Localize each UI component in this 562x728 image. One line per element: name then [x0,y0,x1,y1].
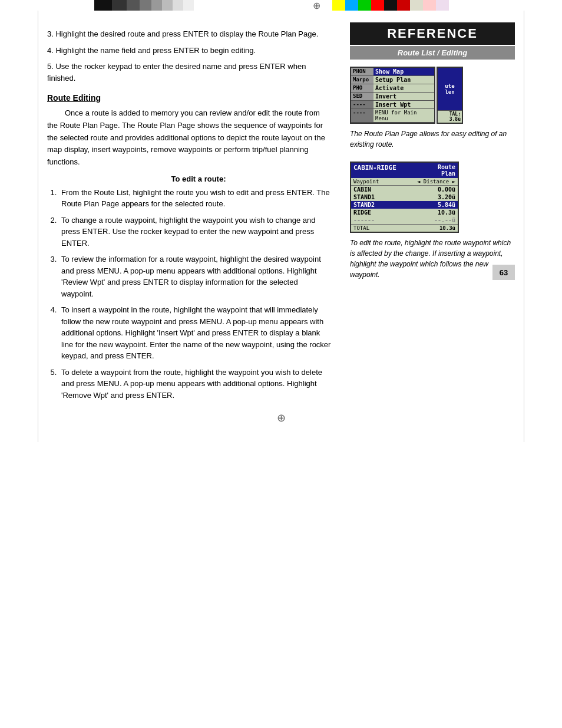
screen1-caption: The Route Plan Page allows for easy edit… [350,129,515,150]
screen-label-sed: SED [351,93,373,100]
route-editing-intro: Once a route is added to memory you can … [47,107,332,169]
step-4: 4. Highlight the name field and press EN… [47,45,332,57]
rpt-row-stand2: STAND25.84ü [351,201,458,209]
step-3: 3. Highlight the desired route and press… [47,28,332,40]
screen2-caption: To edit the route, highlight the route w… [350,238,515,280]
top-crosshair: ⊕ [300,0,332,11]
rpt-row-cabin: CABIN0.00ü [351,186,458,193]
edit-steps-list: From the Route List, highlight the route… [47,187,332,401]
right-color-segments [332,0,468,11]
rpt-header-row: CABIN-RIDGE RoutePlan [351,163,458,178]
rpt-title: CABIN-RIDGE [351,163,435,178]
route-editing-heading: Route Editing [47,93,332,103]
menu-item-activate: Activate [373,84,434,92]
screen-label-marpo: Marpo [351,76,373,84]
screen-right-panel: utelen TAL:3.8ü [437,67,463,124]
screen-label-pho: PHO [351,84,373,92]
margin-line-left [38,11,38,442]
main-content: 3. Highlight the desired route and press… [47,22,332,406]
menu-item-showmap: Show Map [373,68,434,75]
edit-step-3: To review the information for a route wa… [59,253,332,299]
bottom-crosshair: ⊕ [0,411,562,424]
rpt-row-dashes: --------.--ü [351,216,458,224]
rpt-subheader: Waypoint ◄ Distance ► [351,178,458,186]
reference-subtitle: Route List / Editing [350,46,515,60]
rpt-subheader-left: Waypoint [353,179,379,185]
right-panel-total: TAL:3.8ü [438,110,462,123]
menu-item-insertwpt: Insert Wpt [373,101,434,108]
sidebar: REFERENCE Route List / Editing PHON Show… [350,22,515,406]
screen2-section: CABIN-RIDGE RoutePlan Waypoint ◄ Distanc… [350,162,515,280]
screen-label-phon: PHON [351,68,373,75]
rpt-total-row: TOTAL 10.3ü [351,224,458,232]
rpt-row-ridge: RIDGE10.3ü [351,209,458,216]
right-panel-labels: utelen [438,68,462,110]
route-plan-table: CABIN-RIDGE RoutePlan Waypoint ◄ Distanc… [350,162,459,233]
edit-step-4: To insert a waypoint in the route, highl… [59,304,332,362]
screen-label-dashes1: ---- [351,101,373,108]
rpt-row-stand1: STAND13.20ü [351,193,458,201]
rpt-subheader-right: ◄ Distance ► [417,179,455,185]
margin-line-right [524,11,524,442]
screen1-section: PHON Show Map Marpo Setup Plan PHO Activ… [350,67,515,150]
reference-title: REFERENCE [350,22,515,45]
menu-item-invert: Invert [373,93,434,100]
menu-item-setupplan: Setup Plan [373,76,434,84]
screen-label-dashes2: ---- [351,109,373,122]
step-5: 5. Use the rocker keypad to enter the de… [47,61,332,84]
edit-route-subheading: To edit a route: [65,174,332,183]
edit-step-5: To delete a waypoint from the route, hig… [59,367,332,401]
edit-step-2: To change a route waypoint, highlight th… [59,215,332,249]
top-color-bar: ⊕ [0,0,562,11]
rpt-right-label: RoutePlan [435,163,458,178]
left-color-segments [94,0,300,11]
menu-footer: MENU for Main Menu [373,109,434,122]
edit-step-1: From the Route List, highlight the route… [59,187,332,210]
popup-menu-screen: PHON Show Map Marpo Setup Plan PHO Activ… [350,67,435,124]
page-number: 63 [492,265,515,280]
